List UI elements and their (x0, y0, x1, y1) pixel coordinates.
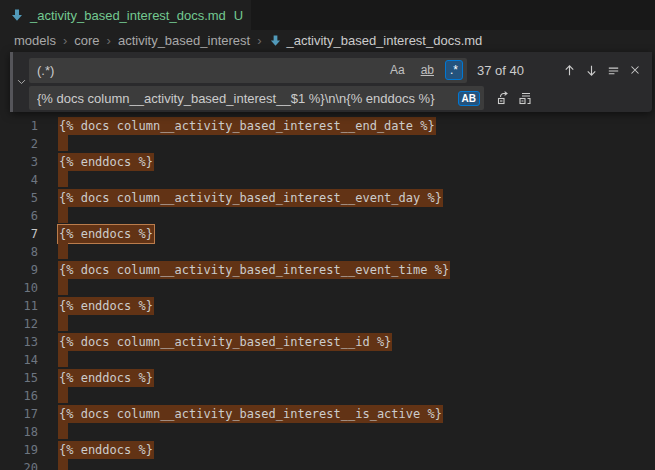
code-line[interactable]: 18 (0, 423, 655, 441)
current-match-highlight: {% enddocs %} (58, 225, 154, 243)
code-line[interactable]: 12 (0, 315, 655, 333)
match-highlight: {% docs column__activity_based_interest_… (58, 189, 443, 207)
replace-buttons (492, 87, 536, 109)
find-row: (.*) Aa ab .* 37 of 40 (29, 57, 646, 83)
find-replace-widget: (.*) Aa ab .* 37 of 40 (10, 52, 652, 112)
breadcrumb-item-file[interactable]: _activity_based_interest_docs.md (269, 33, 483, 48)
code-line[interactable]: 17{% docs column__activity_based_interes… (0, 405, 655, 423)
code-line[interactable]: 3{% enddocs %} (0, 153, 655, 171)
chevron-right-icon: › (107, 33, 111, 48)
next-match-button[interactable] (580, 59, 602, 81)
match-highlight: {% docs column__activity_based_interest_… (58, 261, 450, 279)
line-number: 17 (0, 407, 38, 421)
line-text: {% docs column__activity_based_interest_… (58, 117, 436, 135)
code-line[interactable]: 14 (0, 351, 655, 369)
markdown-icon (10, 8, 24, 22)
line-number: 10 (0, 281, 38, 295)
git-status-badge: U (234, 8, 243, 23)
match-highlight-sliver (58, 421, 68, 439)
breadcrumb-item-core[interactable]: core (74, 33, 99, 48)
replace-value: {% docs column__activity_based_interest_… (37, 91, 454, 106)
find-in-selection-button[interactable] (602, 59, 624, 81)
code-line[interactable]: 4 (0, 171, 655, 189)
match-highlight-sliver (58, 169, 68, 187)
line-text: {% docs column__activity_based_interest_… (58, 333, 392, 351)
chevron-right-icon: › (63, 33, 67, 48)
code-line[interactable]: 11{% enddocs %} (0, 297, 655, 315)
match-highlight: {% docs column__activity_based_interest_… (58, 405, 443, 423)
match-highlight-sliver (58, 277, 68, 295)
line-number: 3 (0, 155, 38, 169)
close-icon[interactable] (624, 59, 646, 81)
match-highlight-sliver (58, 349, 68, 367)
match-highlight-sliver (58, 133, 68, 151)
line-number: 18 (0, 425, 38, 439)
line-number: 19 (0, 443, 38, 457)
match-case-toggle[interactable]: Aa (385, 60, 410, 80)
line-text: {% enddocs %} (58, 441, 154, 459)
breadcrumb: models › core › activity_based_interest … (0, 30, 655, 50)
match-highlight: {% docs column__activity_based_interest_… (58, 333, 392, 351)
find-input[interactable]: (.*) Aa ab .* (29, 58, 467, 83)
line-number: 1 (0, 119, 38, 133)
line-text: {% docs column__activity_based_interest_… (58, 261, 450, 279)
match-highlight: {% docs column__activity_based_interest_… (58, 117, 436, 135)
line-number: 12 (0, 317, 38, 331)
chevron-right-icon: › (257, 33, 261, 48)
code-line[interactable]: 13{% docs column__activity_based_interes… (0, 333, 655, 351)
tab-bar: _activity_based_interest_docs.md U (0, 0, 655, 30)
match-highlight-sliver (58, 313, 68, 331)
replace-row: {% docs column__activity_based_interest_… (29, 86, 646, 110)
toggle-replace-button[interactable] (13, 52, 29, 112)
code-line[interactable]: 19{% enddocs %} (0, 441, 655, 459)
find-nav-buttons (558, 59, 646, 81)
replace-all-icon[interactable] (514, 87, 536, 109)
preserve-case-toggle[interactable]: AB (458, 91, 480, 106)
code-line[interactable]: 10 (0, 279, 655, 297)
tab-activity-docs[interactable]: _activity_based_interest_docs.md U (0, 0, 252, 30)
whole-word-toggle[interactable]: ab (416, 60, 439, 80)
code-line[interactable]: 9{% docs column__activity_based_interest… (0, 261, 655, 279)
line-number: 11 (0, 299, 38, 313)
code-line[interactable]: 20 (0, 459, 655, 470)
code-lines: 1{% docs column__activity_based_interest… (0, 50, 655, 470)
find-query: (.*) (37, 63, 379, 78)
code-line[interactable]: 15{% enddocs %} (0, 369, 655, 387)
line-number: 15 (0, 371, 38, 385)
code-line[interactable]: 6 (0, 207, 655, 225)
match-highlight: {% enddocs %} (58, 369, 154, 387)
line-text: {% enddocs %} (58, 225, 154, 243)
chevron-down-icon (16, 73, 27, 91)
line-text: {% enddocs %} (58, 369, 154, 387)
line-number: 13 (0, 335, 38, 349)
line-number: 16 (0, 389, 38, 403)
code-line[interactable]: 5{% docs column__activity_based_interest… (0, 189, 655, 207)
line-number: 4 (0, 173, 38, 187)
code-line[interactable]: 7{% enddocs %} (0, 225, 655, 243)
replace-icon[interactable] (492, 87, 514, 109)
editor[interactable]: (.*) Aa ab .* 37 of 40 (0, 50, 655, 470)
markdown-icon (269, 34, 282, 47)
line-number: 5 (0, 191, 38, 205)
code-line[interactable]: 16 (0, 387, 655, 405)
replace-input[interactable]: {% docs column__activity_based_interest_… (29, 86, 484, 110)
line-number: 9 (0, 263, 38, 277)
code-line[interactable]: 8 (0, 243, 655, 261)
previous-match-button[interactable] (558, 59, 580, 81)
regex-toggle[interactable]: .* (445, 60, 463, 80)
match-highlight-sliver (58, 205, 68, 223)
match-highlight: {% enddocs %} (58, 153, 154, 171)
line-text: {% enddocs %} (58, 153, 154, 171)
line-text: {% docs column__activity_based_interest_… (58, 405, 443, 423)
line-text (58, 457, 68, 470)
code-line[interactable]: 2 (0, 135, 655, 153)
match-highlight-sliver (58, 241, 68, 259)
line-number: 6 (0, 209, 38, 223)
match-highlight: {% enddocs %} (58, 297, 154, 315)
breadcrumb-item-activity-based-interest[interactable]: activity_based_interest (118, 33, 250, 48)
line-text: {% docs column__activity_based_interest_… (58, 189, 443, 207)
line-number: 14 (0, 353, 38, 367)
breadcrumb-item-models[interactable]: models (14, 33, 56, 48)
code-line[interactable]: 1{% docs column__activity_based_interest… (0, 117, 655, 135)
breadcrumb-filename: _activity_based_interest_docs.md (287, 33, 483, 48)
